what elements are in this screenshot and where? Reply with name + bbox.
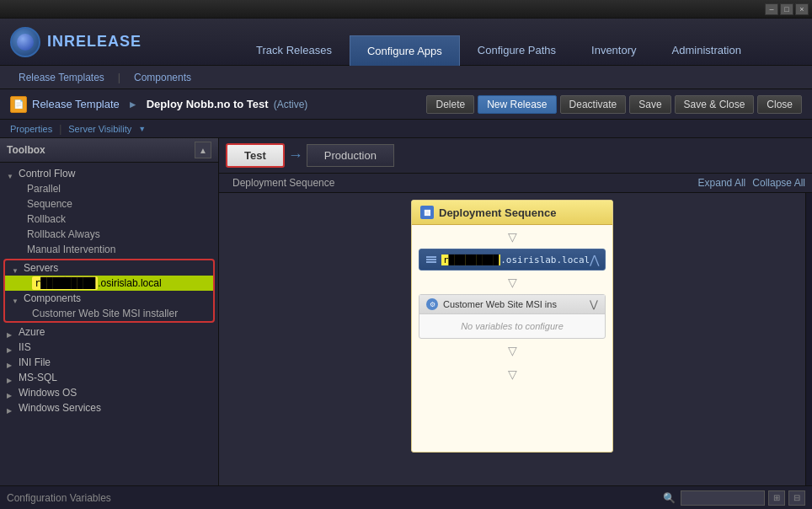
logo-area: InRelease (10, 27, 195, 57)
expand-azure-icon (7, 328, 15, 336)
servers-label: Servers (24, 262, 58, 274)
deployment-sequence-card: ▦ Deployment Sequence ▽ (411, 200, 613, 453)
view-btn-2[interactable]: ⊟ (788, 490, 805, 506)
tab-administration[interactable]: Administration (654, 35, 759, 66)
tree-header-windows-os[interactable]: Windows OS (0, 385, 218, 400)
tree-item-server[interactable]: r█████████.osirislab.local (5, 276, 213, 291)
save-button[interactable]: Save (629, 95, 670, 114)
component-header: ⚙ Customer Web Site MSI ins ⋁ (419, 295, 605, 314)
control-flow-label: Control Flow (19, 168, 75, 179)
no-variables-text: No variables to configure (419, 314, 605, 338)
tab-track-releases[interactable]: Track Releases (238, 35, 350, 66)
tree-header-servers[interactable]: Servers (5, 260, 213, 276)
tree-header-control-flow[interactable]: Control Flow (0, 166, 218, 181)
deployment-toolbar: Deployment Sequence Expand All Collapse … (219, 174, 812, 193)
toolbox-scroll-up[interactable]: ▲ (195, 142, 211, 158)
connector-arrow-bottom: ▽ (412, 339, 612, 362)
ini-label: INI File (19, 356, 51, 368)
collapse-all-link[interactable]: Collapse All (752, 177, 805, 189)
sub-header: Release Templates | Components (0, 66, 812, 89)
tree-item-parallel[interactable]: Parallel (0, 181, 218, 196)
search-input[interactable] (681, 490, 765, 506)
tree-item-manual-intervention[interactable]: Manual Intervention (0, 242, 218, 257)
windowssvc-label: Windows Services (19, 402, 101, 414)
stage-tab-production[interactable]: Production (307, 144, 394, 167)
release-template-icon: 📄 (10, 96, 27, 113)
stage-arrow-icon: → (288, 147, 303, 164)
tree-item-rollback[interactable]: Rollback (0, 212, 218, 227)
expand-iis-icon (7, 343, 15, 351)
collapse-control-flow-icon (7, 169, 15, 178)
sub-tab-release-templates[interactable]: Release Templates (10, 69, 113, 86)
component-name: Customer Web Site MSI ins (443, 299, 585, 309)
sub-divider: | (118, 72, 120, 83)
server-domain: .osirislab.local (98, 277, 161, 289)
components-label: Components (24, 292, 81, 304)
breadcrumb-status: (Active) (274, 99, 308, 110)
tree-item-customer-web[interactable]: Customer Web Site MSI installer (5, 306, 213, 321)
server-line-3 (426, 261, 436, 263)
tree-header-windows-services[interactable]: Windows Services (0, 400, 218, 415)
stage-tabs: Test → Production (219, 138, 812, 174)
title-bar-controls: – □ × (765, 3, 809, 15)
deploy-card-title: Deployment Sequence (439, 206, 556, 219)
tab-configure-paths[interactable]: Configure Paths (460, 35, 574, 66)
server-line-2 (426, 259, 436, 260)
tree-header-ini-file[interactable]: INI File (0, 355, 218, 370)
server-block-left: r█████████.osirislab.local (426, 254, 590, 265)
toolbox-content: Control Flow Parallel Sequence Rollback … (0, 163, 218, 485)
properties-link[interactable]: Properties (10, 124, 52, 134)
tab-inventory[interactable]: Inventory (574, 35, 654, 66)
collapse-servers-icon (12, 264, 20, 272)
tree-header-azure[interactable]: Azure (0, 324, 218, 340)
bottom-bar: Configuration Variables 🔍 ⊞ ⊟ (0, 485, 812, 509)
connector-arrow-top: ▽ (412, 225, 612, 249)
server-highlight-text: r█████████ (32, 276, 98, 290)
close-button[interactable]: × (795, 3, 809, 15)
breadcrumb-title: Deploy Nobb.no to Test (147, 98, 269, 110)
deployment-canvas: ▦ Deployment Sequence ▽ (219, 193, 805, 485)
deployment-sequence-label: Deployment Sequence (226, 177, 692, 189)
expand-all-link[interactable]: Expand All (698, 177, 746, 189)
tree-item-sequence[interactable]: Sequence (0, 196, 218, 212)
save-close-button[interactable]: Save & Close (675, 95, 755, 114)
server-name-display: r█████████.osirislab.local (441, 254, 590, 265)
stage-tab-test[interactable]: Test (226, 143, 285, 168)
component-expand-btn[interactable]: ⋁ (590, 298, 598, 310)
iis-label: IIS (19, 341, 31, 353)
server-block-expand[interactable]: ⋀ (590, 253, 599, 266)
tree-item-rollback-always[interactable]: Rollback Always (0, 227, 218, 242)
tree-header-components[interactable]: Components (5, 291, 213, 306)
logo-icon (10, 27, 40, 57)
minimize-button[interactable]: – (765, 3, 778, 15)
delete-button[interactable]: Delete (426, 95, 474, 114)
close-button-action[interactable]: Close (757, 95, 802, 114)
server-visibility-link[interactable]: Server Visibility (68, 124, 131, 134)
server-icon (426, 256, 436, 263)
deploy-card-header: ▦ Deployment Sequence (412, 201, 612, 225)
new-release-button[interactable]: New Release (478, 95, 556, 114)
server-visibility-dropdown-icon: ▼ (138, 125, 146, 133)
tree-section-control-flow: Control Flow Parallel Sequence Rollback … (0, 166, 218, 257)
azure-label: Azure (19, 326, 45, 338)
tab-configure-apps[interactable]: Configure Apps (350, 35, 460, 66)
config-vars-label: Configuration Variables (7, 492, 111, 504)
search-icon-btn[interactable]: 🔍 (660, 490, 677, 506)
title-bar: – □ × (0, 0, 812, 19)
server-name-highlight: r█████████ (441, 254, 500, 265)
sub-tab-components[interactable]: Components (126, 69, 200, 86)
connector-arrow-mid: ▽ (412, 271, 612, 294)
properties-bar: Properties | Server Visibility ▼ (0, 120, 812, 138)
tree-header-iis[interactable]: IIS (0, 340, 218, 355)
mssql-label: MS-SQL (19, 372, 57, 383)
breadcrumb-arrow-icon: ► (128, 99, 138, 110)
server-line-1 (426, 256, 436, 258)
deactivate-button[interactable]: Deactivate (560, 95, 627, 114)
tree-header-ms-sql[interactable]: MS-SQL (0, 370, 218, 385)
right-scrollbar[interactable] (805, 193, 812, 485)
toolbox-title: Toolbox (7, 144, 45, 156)
maximize-button[interactable]: □ (780, 3, 793, 15)
deploy-card-icon: ▦ (420, 206, 434, 219)
header: InRelease Track Releases Configure Apps … (0, 19, 812, 66)
view-btn-1[interactable]: ⊞ (768, 490, 785, 506)
